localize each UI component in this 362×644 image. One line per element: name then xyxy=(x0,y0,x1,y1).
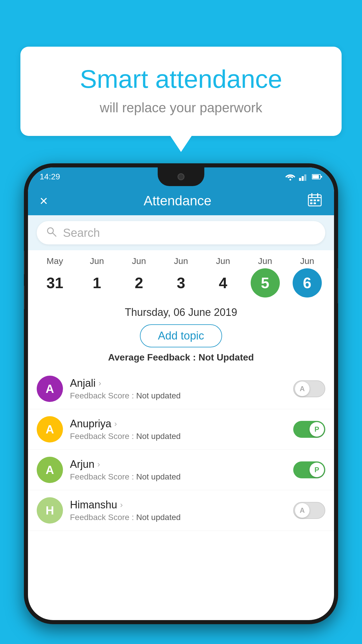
calendar-date-4[interactable]: Jun4 xyxy=(205,256,240,298)
date-month-label: Jun xyxy=(216,256,230,266)
student-info: Himanshu ›Feedback Score : Not updated xyxy=(70,499,286,522)
svg-rect-1 xyxy=(299,178,301,181)
chevron-icon: › xyxy=(120,500,123,510)
svg-rect-8 xyxy=(308,197,321,198)
phone-edge-vol2 xyxy=(24,286,24,309)
calendar-date-1[interactable]: Jun1 xyxy=(79,256,114,298)
wifi-icon xyxy=(285,173,296,181)
student-avatar: A xyxy=(37,416,63,442)
feedback-avg-value: Not Updated xyxy=(198,352,254,363)
selected-date-label: Thursday, 06 June 2019 xyxy=(28,306,334,318)
svg-rect-5 xyxy=(312,175,319,178)
date-month-label: Jun xyxy=(90,256,104,266)
date-month-label: Jun xyxy=(132,256,146,266)
student-feedback-score: Feedback Score : Not updated xyxy=(70,391,286,400)
svg-rect-13 xyxy=(310,202,312,204)
date-day-number: 1 xyxy=(82,268,111,298)
toggle-knob: A xyxy=(295,503,310,518)
student-info: Anjali ›Feedback Score : Not updated xyxy=(70,377,286,400)
student-avatar: H xyxy=(37,497,63,524)
search-container: Search xyxy=(28,215,334,250)
battery-icon xyxy=(312,174,322,180)
toggle-knob: P xyxy=(310,422,324,437)
app-header: × Attendance xyxy=(28,186,334,215)
student-info: Arjun ›Feedback Score : Not updated xyxy=(70,458,286,482)
svg-point-0 xyxy=(289,179,291,181)
calendar-strip: May31Jun1Jun2Jun3Jun4Jun5Jun6 xyxy=(28,250,334,300)
search-bar[interactable]: Search xyxy=(37,221,325,244)
student-avatar: A xyxy=(37,457,63,483)
date-month-label: Jun xyxy=(300,256,314,266)
calendar-date-6[interactable]: Jun6 xyxy=(290,256,325,298)
add-topic-button[interactable]: Add topic xyxy=(140,324,222,347)
toggle-track: P xyxy=(293,461,325,478)
chevron-icon: › xyxy=(114,419,117,428)
attendance-toggle[interactable]: A xyxy=(293,502,325,519)
toggle-track: A xyxy=(293,502,325,519)
status-icons xyxy=(285,173,322,181)
calendar-date-0[interactable]: May31 xyxy=(37,256,72,298)
student-list: AAnjali ›Feedback Score : Not updatedAAA… xyxy=(28,369,334,531)
svg-rect-15 xyxy=(317,200,319,201)
calendar-icon[interactable] xyxy=(307,192,322,210)
svg-rect-14 xyxy=(314,202,316,204)
svg-line-17 xyxy=(52,233,56,236)
average-feedback: Average Feedback : Not Updated xyxy=(28,352,334,366)
svg-rect-9 xyxy=(311,193,312,197)
phone-frame: 14:29 xyxy=(24,163,338,624)
student-name: Anupriya › xyxy=(70,418,286,430)
selected-date-info: Thursday, 06 June 2019 Add topic Average… xyxy=(28,300,334,369)
student-row-2[interactable]: AArjun ›Feedback Score : Not updatedP xyxy=(28,450,334,490)
toggle-knob: P xyxy=(310,463,324,477)
attendance-toggle[interactable]: A xyxy=(293,380,325,397)
svg-rect-6 xyxy=(321,176,322,178)
date-day-number: 2 xyxy=(124,268,154,298)
student-row-0[interactable]: AAnjali ›Feedback Score : Not updatedA xyxy=(28,369,334,409)
student-name: Anjali › xyxy=(70,377,286,389)
status-time: 14:29 xyxy=(40,172,60,181)
date-day-number: 4 xyxy=(208,268,238,298)
student-feedback-score: Feedback Score : Not updated xyxy=(70,472,286,482)
student-name: Arjun › xyxy=(70,458,286,470)
chevron-icon: › xyxy=(97,460,100,469)
attendance-toggle[interactable]: P xyxy=(293,461,325,478)
date-day-number: 6 xyxy=(293,268,322,298)
svg-rect-3 xyxy=(304,174,306,181)
toggle-track: A xyxy=(293,380,325,397)
calendar-date-3[interactable]: Jun3 xyxy=(164,256,198,298)
student-row-3[interactable]: HHimanshu ›Feedback Score : Not updatedA xyxy=(28,490,334,531)
student-feedback-score: Feedback Score : Not updated xyxy=(70,432,286,441)
phone-notch xyxy=(158,167,204,186)
svg-rect-12 xyxy=(314,200,316,201)
toggle-knob: A xyxy=(295,382,310,396)
bubble-subtitle: will replace your paperwork xyxy=(44,100,318,116)
date-day-number: 5 xyxy=(251,268,280,298)
calendar-dates: May31Jun1Jun2Jun3Jun4Jun5Jun6 xyxy=(28,256,334,298)
bubble-title: Smart attendance xyxy=(44,64,318,94)
calendar-date-5[interactable]: Jun5 xyxy=(248,256,283,298)
feedback-avg-label: Average Feedback : xyxy=(108,352,198,363)
screen-title: Attendance xyxy=(144,193,212,209)
svg-rect-10 xyxy=(317,193,318,197)
phone-inner: 14:29 xyxy=(28,167,334,620)
date-month-label: Jun xyxy=(258,256,272,266)
speech-bubble: Smart attendance will replace your paper… xyxy=(20,47,342,136)
svg-rect-2 xyxy=(302,176,304,181)
student-row-1[interactable]: AAnupriya ›Feedback Score : Not updatedP xyxy=(28,409,334,450)
phone-edge-vol1 xyxy=(24,251,24,274)
date-month-label: May xyxy=(47,256,63,266)
student-feedback-score: Feedback Score : Not updated xyxy=(70,513,286,522)
student-avatar: A xyxy=(37,376,63,402)
student-name: Himanshu › xyxy=(70,499,286,511)
student-info: Anupriya ›Feedback Score : Not updated xyxy=(70,418,286,441)
attendance-toggle[interactable]: P xyxy=(293,421,325,438)
speech-bubble-container: Smart attendance will replace your paper… xyxy=(20,47,342,136)
close-button[interactable]: × xyxy=(40,193,48,209)
phone-edge-power xyxy=(338,268,338,303)
svg-rect-11 xyxy=(310,200,312,201)
search-icon xyxy=(45,226,57,240)
date-month-label: Jun xyxy=(174,256,188,266)
date-day-number: 31 xyxy=(40,268,69,298)
chevron-icon: › xyxy=(99,379,101,388)
calendar-date-2[interactable]: Jun2 xyxy=(122,256,157,298)
